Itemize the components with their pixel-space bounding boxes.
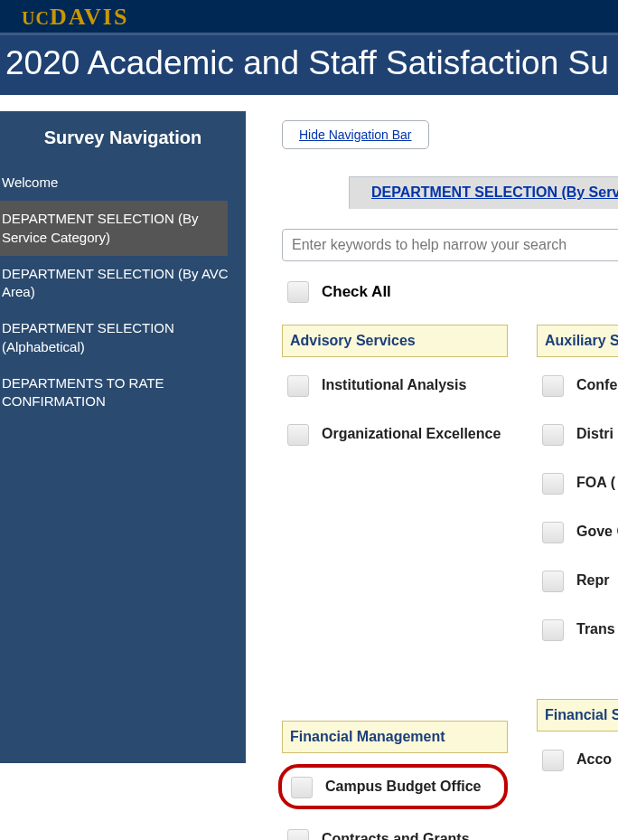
- dept-checkbox[interactable]: [542, 424, 564, 446]
- institution-logo: UCDAVIS: [22, 4, 128, 30]
- logo-bar: UCDAVIS: [0, 0, 618, 33]
- page-title: 2020 Academic and Staff Satisfaction Su: [0, 33, 618, 95]
- logo-uc: UC: [22, 8, 50, 28]
- sidebar-title: Survey Navigation: [0, 111, 246, 165]
- sidebar-item-avc-area[interactable]: DEPARTMENT SELECTION (By AVC Area): [0, 256, 246, 311]
- dept-checkbox[interactable]: [542, 522, 564, 543]
- highlight-circle: Campus Budget Office: [278, 764, 508, 809]
- dept-label: FOA (: [576, 473, 615, 491]
- column-left: Advisory Services Institutional Analysis…: [282, 325, 508, 840]
- dept-item[interactable]: FOA (: [537, 467, 618, 516]
- dept-item[interactable]: Contracts and Grants: [282, 824, 508, 840]
- dept-label: Contracts and Grants: [322, 829, 470, 840]
- sidebar-item-confirmation[interactable]: DEPARTMENTS TO RATE CONFIRMATION: [0, 365, 246, 420]
- hide-navigation-button[interactable]: Hide Navigation Bar: [282, 120, 429, 149]
- main-content: Hide Navigation Bar DEPARTMENT SELECTION…: [246, 95, 618, 840]
- dept-checkbox[interactable]: [542, 571, 564, 592]
- dept-checkbox[interactable]: [542, 750, 564, 771]
- sidebar-item-alphabetical[interactable]: DEPARTMENT SELECTION (Alphabetical): [0, 310, 246, 365]
- dept-label: Organizational Excellence: [322, 424, 501, 442]
- sidebar: Survey Navigation Welcome DEPARTMENT SEL…: [0, 111, 246, 763]
- dept-checkbox[interactable]: [542, 375, 564, 397]
- dept-checkbox[interactable]: [287, 375, 309, 397]
- dept-item[interactable]: Confe Servi: [537, 370, 618, 419]
- dept-item[interactable]: Acco: [537, 744, 618, 771]
- dept-label: Gove Comm: [576, 522, 618, 540]
- category-advisory-header: Advisory Services: [282, 325, 508, 357]
- column-right: Auxiliary S Confe Servi Distri FOA ( Gov…: [537, 325, 618, 840]
- check-all-row: Check All: [282, 281, 618, 303]
- dept-label: Acco: [576, 750, 612, 768]
- dept-item[interactable]: Repr: [537, 565, 618, 614]
- category-auxiliary-header: Auxiliary S: [537, 325, 618, 357]
- dept-label: Repr: [576, 571, 609, 589]
- dept-label: Campus Budget Office: [325, 777, 481, 795]
- dept-item[interactable]: Trans: [537, 614, 618, 663]
- dept-checkbox[interactable]: [291, 777, 313, 798]
- dept-label: Institutional Analysis: [322, 375, 466, 393]
- dept-item[interactable]: Gove Comm: [537, 516, 618, 565]
- dept-checkbox[interactable]: [287, 829, 309, 840]
- dept-checkbox[interactable]: [287, 424, 309, 446]
- dept-checkbox[interactable]: [542, 473, 564, 495]
- dept-item[interactable]: Institutional Analysis: [282, 370, 508, 419]
- logo-davis: DAVIS: [50, 4, 129, 30]
- tab-service-category[interactable]: DEPARTMENT SELECTION (By Service: [349, 176, 618, 209]
- dept-checkbox[interactable]: [542, 619, 564, 641]
- sidebar-item-service-category[interactable]: DEPARTMENT SELECTION (By Service Categor…: [0, 201, 228, 256]
- dept-label: Trans: [576, 619, 615, 637]
- dept-item[interactable]: Distri: [537, 419, 618, 467]
- dept-label: Confe Servi: [576, 375, 618, 393]
- category-financial-s-header: Financial S: [537, 699, 618, 731]
- dept-item-campus-budget[interactable]: Campus Budget Office: [286, 771, 497, 802]
- sidebar-item-welcome[interactable]: Welcome: [0, 165, 246, 201]
- tab-row: DEPARTMENT SELECTION (By Service DEPARTM…: [349, 176, 618, 209]
- dept-label: Distri: [576, 424, 613, 442]
- category-financial-mgmt-header: Financial Management: [282, 721, 508, 753]
- dept-item[interactable]: Organizational Excellence: [282, 419, 508, 467]
- check-all-label: Check All: [322, 283, 391, 301]
- check-all-checkbox[interactable]: [287, 281, 309, 303]
- search-input[interactable]: [282, 229, 618, 261]
